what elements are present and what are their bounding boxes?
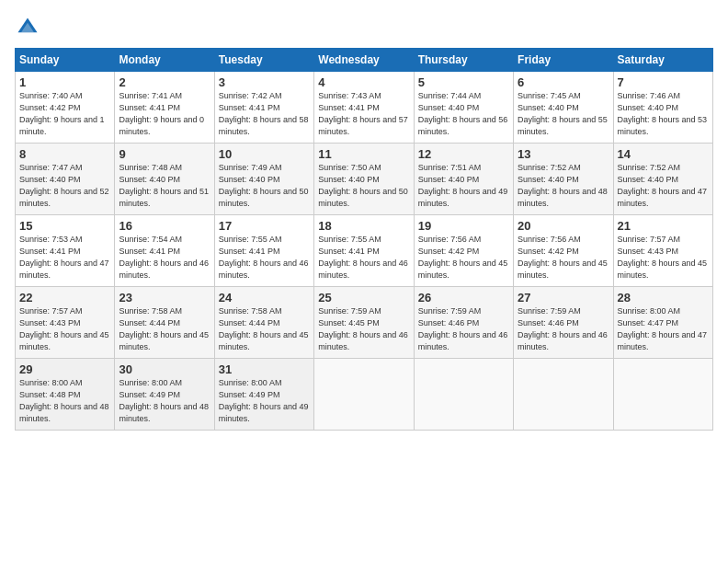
calendar-cell: 5Sunrise: 7:44 AM Sunset: 4:40 PM Daylig… — [414, 72, 513, 144]
calendar-cell: 20Sunrise: 7:56 AM Sunset: 4:42 PM Dayli… — [514, 215, 613, 287]
calendar-header-row: SundayMondayTuesdayWednesdayThursdayFrid… — [16, 49, 713, 72]
day-number: 3 — [219, 75, 310, 89]
page-container: SundayMondayTuesdayWednesdayThursdayFrid… — [0, 0, 728, 438]
logo — [15, 15, 44, 40]
calendar-cell: 1Sunrise: 7:40 AM Sunset: 4:42 PM Daylig… — [16, 72, 115, 144]
week-row-4: 22Sunrise: 7:57 AM Sunset: 4:43 PM Dayli… — [16, 287, 713, 359]
day-info: Sunrise: 7:56 AM Sunset: 4:42 PM Dayligh… — [518, 234, 609, 282]
day-number: 6 — [518, 75, 609, 89]
day-info: Sunrise: 8:00 AM Sunset: 4:49 PM Dayligh… — [119, 377, 210, 425]
day-info: Sunrise: 7:45 AM Sunset: 4:40 PM Dayligh… — [518, 90, 609, 138]
day-number: 17 — [219, 219, 310, 233]
day-info: Sunrise: 8:00 AM Sunset: 4:49 PM Dayligh… — [219, 377, 310, 425]
calendar-cell: 18Sunrise: 7:55 AM Sunset: 4:41 PM Dayli… — [314, 215, 414, 287]
calendar-cell — [613, 359, 712, 431]
day-number: 20 — [518, 219, 609, 233]
calendar-cell: 25Sunrise: 7:59 AM Sunset: 4:45 PM Dayli… — [314, 287, 414, 359]
day-info: Sunrise: 7:43 AM Sunset: 4:41 PM Dayligh… — [318, 90, 409, 138]
week-row-2: 8Sunrise: 7:47 AM Sunset: 4:40 PM Daylig… — [16, 144, 713, 215]
day-number: 18 — [318, 219, 409, 233]
calendar-cell: 9Sunrise: 7:48 AM Sunset: 4:40 PM Daylig… — [115, 144, 214, 215]
calendar-table: SundayMondayTuesdayWednesdayThursdayFrid… — [15, 48, 713, 431]
day-info: Sunrise: 7:56 AM Sunset: 4:42 PM Dayligh… — [418, 234, 509, 282]
day-info: Sunrise: 7:59 AM Sunset: 4:45 PM Dayligh… — [318, 305, 409, 353]
day-info: Sunrise: 7:55 AM Sunset: 4:41 PM Dayligh… — [219, 234, 310, 282]
logo-icon — [15, 15, 40, 40]
day-number: 16 — [119, 219, 210, 233]
day-number: 30 — [119, 362, 210, 376]
day-number: 8 — [19, 147, 110, 161]
day-number: 25 — [318, 291, 409, 304]
day-info: Sunrise: 7:59 AM Sunset: 4:46 PM Dayligh… — [518, 305, 609, 353]
calendar-cell: 26Sunrise: 7:59 AM Sunset: 4:46 PM Dayli… — [414, 287, 513, 359]
day-number: 28 — [618, 291, 709, 304]
calendar-cell: 23Sunrise: 7:58 AM Sunset: 4:44 PM Dayli… — [115, 287, 214, 359]
day-info: Sunrise: 7:55 AM Sunset: 4:41 PM Dayligh… — [318, 234, 409, 282]
day-info: Sunrise: 7:54 AM Sunset: 4:41 PM Dayligh… — [119, 234, 210, 282]
day-number: 7 — [618, 75, 709, 89]
day-info: Sunrise: 7:47 AM Sunset: 4:40 PM Dayligh… — [19, 162, 110, 210]
calendar-cell: 7Sunrise: 7:46 AM Sunset: 4:40 PM Daylig… — [613, 72, 712, 144]
calendar-cell: 31Sunrise: 8:00 AM Sunset: 4:49 PM Dayli… — [214, 359, 313, 431]
day-info: Sunrise: 7:42 AM Sunset: 4:41 PM Dayligh… — [219, 90, 310, 138]
day-info: Sunrise: 7:51 AM Sunset: 4:40 PM Dayligh… — [418, 162, 509, 210]
day-info: Sunrise: 7:46 AM Sunset: 4:40 PM Dayligh… — [618, 90, 709, 138]
day-info: Sunrise: 7:58 AM Sunset: 4:44 PM Dayligh… — [119, 305, 210, 353]
calendar-cell: 14Sunrise: 7:52 AM Sunset: 4:40 PM Dayli… — [613, 144, 712, 215]
day-number: 11 — [318, 147, 409, 161]
calendar-cell: 15Sunrise: 7:53 AM Sunset: 4:41 PM Dayli… — [16, 215, 115, 287]
calendar-cell: 8Sunrise: 7:47 AM Sunset: 4:40 PM Daylig… — [16, 144, 115, 215]
col-header-friday: Friday — [514, 49, 613, 72]
day-number: 14 — [618, 147, 709, 161]
calendar-cell: 21Sunrise: 7:57 AM Sunset: 4:43 PM Dayli… — [613, 215, 712, 287]
day-info: Sunrise: 7:57 AM Sunset: 4:43 PM Dayligh… — [19, 305, 110, 353]
day-info: Sunrise: 7:40 AM Sunset: 4:42 PM Dayligh… — [19, 90, 110, 138]
calendar-cell: 27Sunrise: 7:59 AM Sunset: 4:46 PM Dayli… — [514, 287, 613, 359]
day-number: 29 — [19, 362, 110, 376]
calendar-cell: 24Sunrise: 7:58 AM Sunset: 4:44 PM Dayli… — [214, 287, 313, 359]
calendar-cell: 10Sunrise: 7:49 AM Sunset: 4:40 PM Dayli… — [214, 144, 313, 215]
day-number: 1 — [19, 75, 110, 89]
day-number: 9 — [119, 147, 210, 161]
day-info: Sunrise: 7:59 AM Sunset: 4:46 PM Dayligh… — [418, 305, 509, 353]
week-row-3: 15Sunrise: 7:53 AM Sunset: 4:41 PM Dayli… — [16, 215, 713, 287]
calendar-cell: 4Sunrise: 7:43 AM Sunset: 4:41 PM Daylig… — [314, 72, 414, 144]
day-info: Sunrise: 8:00 AM Sunset: 4:47 PM Dayligh… — [618, 305, 709, 353]
day-number: 2 — [119, 75, 210, 89]
day-number: 31 — [219, 362, 310, 376]
day-number: 10 — [219, 147, 310, 161]
calendar-cell: 11Sunrise: 7:50 AM Sunset: 4:40 PM Dayli… — [314, 144, 414, 215]
calendar-cell: 22Sunrise: 7:57 AM Sunset: 4:43 PM Dayli… — [16, 287, 115, 359]
day-number: 19 — [418, 219, 509, 233]
day-number: 27 — [518, 291, 609, 304]
calendar-cell: 3Sunrise: 7:42 AM Sunset: 4:41 PM Daylig… — [214, 72, 313, 144]
day-number: 13 — [518, 147, 609, 161]
day-info: Sunrise: 7:50 AM Sunset: 4:40 PM Dayligh… — [318, 162, 409, 210]
calendar-cell: 29Sunrise: 8:00 AM Sunset: 4:48 PM Dayli… — [16, 359, 115, 431]
day-info: Sunrise: 7:41 AM Sunset: 4:41 PM Dayligh… — [119, 90, 210, 138]
day-info: Sunrise: 7:49 AM Sunset: 4:40 PM Dayligh… — [219, 162, 310, 210]
day-number: 21 — [618, 219, 709, 233]
col-header-sunday: Sunday — [16, 49, 115, 72]
day-info: Sunrise: 7:44 AM Sunset: 4:40 PM Dayligh… — [418, 90, 509, 138]
day-info: Sunrise: 7:52 AM Sunset: 4:40 PM Dayligh… — [618, 162, 709, 210]
day-number: 12 — [418, 147, 509, 161]
day-number: 24 — [219, 291, 310, 304]
calendar-cell — [514, 359, 613, 431]
col-header-wednesday: Wednesday — [314, 49, 414, 72]
calendar-cell: 2Sunrise: 7:41 AM Sunset: 4:41 PM Daylig… — [115, 72, 214, 144]
col-header-tuesday: Tuesday — [214, 49, 313, 72]
calendar-cell: 28Sunrise: 8:00 AM Sunset: 4:47 PM Dayli… — [613, 287, 712, 359]
day-number: 15 — [19, 219, 110, 233]
week-row-1: 1Sunrise: 7:40 AM Sunset: 4:42 PM Daylig… — [16, 72, 713, 144]
calendar-cell — [414, 359, 513, 431]
calendar-cell: 17Sunrise: 7:55 AM Sunset: 4:41 PM Dayli… — [214, 215, 313, 287]
calendar-cell: 12Sunrise: 7:51 AM Sunset: 4:40 PM Dayli… — [414, 144, 513, 215]
calendar-cell — [314, 359, 414, 431]
calendar-cell: 30Sunrise: 8:00 AM Sunset: 4:49 PM Dayli… — [115, 359, 214, 431]
day-info: Sunrise: 8:00 AM Sunset: 4:48 PM Dayligh… — [19, 377, 110, 425]
calendar-cell: 13Sunrise: 7:52 AM Sunset: 4:40 PM Dayli… — [514, 144, 613, 215]
calendar-cell: 19Sunrise: 7:56 AM Sunset: 4:42 PM Dayli… — [414, 215, 513, 287]
week-row-5: 29Sunrise: 8:00 AM Sunset: 4:48 PM Dayli… — [16, 359, 713, 431]
day-info: Sunrise: 7:57 AM Sunset: 4:43 PM Dayligh… — [618, 234, 709, 282]
